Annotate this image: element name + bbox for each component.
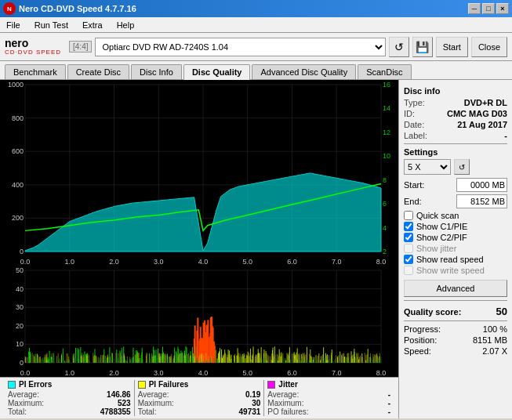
disc-id-row: ID: CMC MAG D03	[404, 109, 507, 118]
maximize-button[interactable]: □	[482, 3, 495, 14]
tab-scan-disc[interactable]: ScanDisc	[358, 64, 411, 79]
minimize-button[interactable]: ─	[468, 3, 481, 14]
quick-scan-label: Quick scan	[416, 211, 459, 220]
speed-settings-row: 5 X ↺	[404, 159, 507, 175]
show-c1-row: Show C1/PIE	[404, 222, 507, 231]
disc-info-title: Disc info	[404, 86, 507, 96]
pi-errors-avg-key: Average:	[8, 390, 39, 399]
quick-scan-checkbox[interactable]	[404, 211, 413, 220]
right-panel: Disc info Type: DVD+R DL ID: CMC MAG D03…	[398, 80, 512, 418]
jitter-label: Jitter	[278, 380, 297, 389]
close-button-toolbar[interactable]: Close	[471, 37, 507, 57]
quick-scan-row: Quick scan	[404, 211, 507, 220]
advanced-button[interactable]: Advanced	[404, 280, 507, 297]
nero-logo: nero CD·DVD SPEED	[5, 38, 61, 56]
app-icon: N	[3, 2, 16, 15]
start-input[interactable]	[456, 178, 507, 192]
start-mb-row: Start:	[404, 178, 507, 192]
tab-benchmark[interactable]: Benchmark	[5, 64, 66, 79]
progress-label: Progress:	[404, 324, 441, 334]
save-icon[interactable]: 💾	[412, 37, 433, 57]
show-read-speed-row: Show read speed	[404, 255, 507, 264]
tab-create-disc[interactable]: Create Disc	[67, 64, 129, 79]
show-jitter-label: Show jitter	[416, 244, 456, 253]
chart-panel: PI Errors Average: 146.86 Maximum: 523 T…	[0, 80, 398, 418]
app-title: Nero CD-DVD Speed 4.7.7.16	[19, 4, 136, 13]
show-jitter-row: Show jitter	[404, 244, 507, 253]
show-write-speed-row: Show write speed	[404, 266, 507, 275]
show-c1-checkbox[interactable]	[404, 222, 413, 231]
po-failures-key: PO failures:	[267, 407, 308, 416]
divider1	[404, 143, 507, 144]
toolbar: nero CD·DVD SPEED [4:4] Optiarc DVD RW A…	[0, 33, 512, 61]
tab-disc-quality[interactable]: Disc Quality	[183, 64, 251, 80]
disc-date-row: Date: 21 Aug 2017	[404, 120, 507, 129]
title-bar-left: N Nero CD-DVD Speed 4.7.7.16	[3, 2, 136, 15]
po-failures-val: -	[388, 407, 390, 416]
show-c2-row: Show C2/PIF	[404, 233, 507, 242]
menu-help[interactable]: Help	[114, 19, 138, 31]
end-label: End:	[404, 197, 422, 206]
show-c2-checkbox[interactable]	[404, 233, 413, 242]
lower-chart	[0, 266, 398, 377]
divider2	[404, 300, 507, 301]
end-mb-row: End:	[404, 194, 507, 208]
show-c2-label: Show C2/PIF	[416, 233, 467, 242]
menu-extra[interactable]: Extra	[79, 19, 106, 31]
show-write-speed-checkbox[interactable]	[404, 266, 413, 275]
upper-chart	[0, 80, 398, 266]
upper-chart-canvas	[0, 80, 398, 266]
refresh-icon[interactable]: ↺	[389, 37, 409, 57]
pi-failures-stats: PI Failures Average: 0.19 Maximum: 30 To…	[135, 380, 265, 416]
position-value: 8151 MB	[473, 335, 507, 345]
show-read-speed-label: Show read speed	[416, 255, 484, 264]
title-bar-controls[interactable]: ─ □ ×	[468, 3, 509, 14]
quality-score-value: 50	[496, 306, 507, 317]
show-read-speed-checkbox[interactable]	[404, 255, 413, 264]
pi-errors-total-val: 4788355	[100, 407, 131, 416]
pi-failures-label: PI Failures	[149, 380, 189, 389]
menu-bar: File Run Test Extra Help	[0, 17, 512, 33]
menu-run-test[interactable]: Run Test	[31, 19, 71, 31]
title-bar: N Nero CD-DVD Speed 4.7.7.16 ─ □ ×	[0, 0, 512, 17]
pi-errors-label: PI Errors	[19, 380, 52, 389]
progress-value: 100 %	[483, 324, 507, 334]
settings-refresh-icon[interactable]: ↺	[454, 159, 470, 175]
quality-score-label: Quality score:	[404, 307, 461, 317]
lower-chart-canvas	[0, 266, 398, 377]
position-label: Position:	[404, 335, 437, 345]
pi-errors-color	[8, 381, 16, 389]
tabs-bar: Benchmark Create Disc Disc Info Disc Qua…	[0, 61, 512, 80]
pi-errors-stats: PI Errors Average: 146.86 Maximum: 523 T…	[5, 380, 135, 416]
stats-bar: PI Errors Average: 146.86 Maximum: 523 T…	[0, 377, 398, 418]
start-label: Start:	[404, 180, 424, 190]
show-jitter-checkbox[interactable]	[404, 244, 413, 253]
pi-errors-avg-val: 146.86	[107, 390, 131, 399]
pi-errors-max-val: 523	[118, 399, 131, 407]
pi-errors-max-key: Maximum:	[8, 399, 44, 407]
menu-file[interactable]: File	[3, 19, 24, 31]
pi-errors-total-key: Total:	[8, 407, 27, 416]
speed-value: 2.07 X	[482, 346, 507, 356]
jitter-stats: Jitter Average: - Maximum: - PO failures…	[264, 380, 394, 416]
drive-select[interactable]: Optiarc DVD RW AD-7240S 1.04	[95, 38, 385, 56]
tab-advanced-disc-quality[interactable]: Advanced Disc Quality	[252, 64, 356, 79]
close-button[interactable]: ×	[496, 3, 509, 14]
disc-type-row: Type: DVD+R DL	[404, 98, 507, 107]
end-input[interactable]	[456, 194, 507, 208]
disc-label-row: Label: -	[404, 131, 507, 140]
drive-badge: [4:4]	[69, 41, 92, 52]
jitter-color	[267, 381, 275, 389]
start-button[interactable]: Start	[436, 37, 468, 57]
pi-failures-color	[138, 381, 146, 389]
speed-label: Speed:	[404, 346, 431, 356]
tab-disc-info[interactable]: Disc Info	[131, 64, 182, 79]
divider3	[404, 320, 507, 321]
main-content: PI Errors Average: 146.86 Maximum: 523 T…	[0, 80, 512, 418]
settings-title: Settings	[404, 147, 507, 157]
show-write-speed-label: Show write speed	[416, 266, 485, 275]
speed-select[interactable]: 5 X	[404, 159, 451, 175]
show-c1-label: Show C1/PIE	[416, 222, 467, 231]
